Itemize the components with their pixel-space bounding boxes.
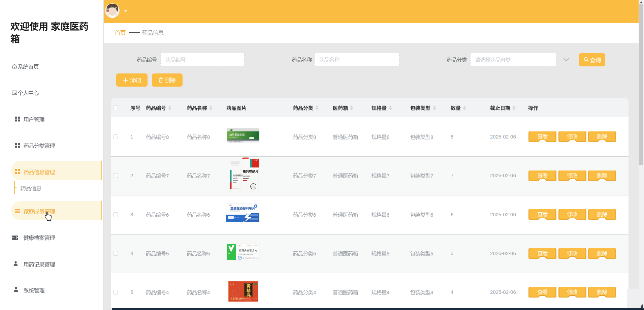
- svg-text:8: 8: [207, 134, 210, 140]
- svg-text:5: 5: [387, 251, 389, 256]
- svg-text:6: 6: [166, 212, 169, 217]
- svg-text:5: 5: [313, 251, 316, 256]
- svg-text:7: 7: [430, 173, 433, 178]
- svg-text:4: 4: [166, 290, 169, 295]
- svg-text:8: 8: [430, 134, 433, 140]
- svg-text:7: 7: [207, 173, 210, 178]
- svg-text:5: 5: [166, 251, 169, 256]
- svg-text:4: 4: [387, 290, 389, 295]
- svg-text:6: 6: [207, 212, 210, 217]
- svg-text:8: 8: [313, 134, 316, 140]
- svg-text:6: 6: [313, 212, 316, 217]
- svg-text:7: 7: [387, 173, 389, 178]
- svg-text:5: 5: [430, 251, 433, 256]
- svg-text:4: 4: [313, 290, 316, 295]
- svg-text:4: 4: [430, 290, 433, 295]
- svg-text:5: 5: [207, 251, 210, 256]
- svg-text:8: 8: [166, 134, 169, 140]
- svg-text:8: 8: [387, 134, 389, 140]
- svg-text:7: 7: [166, 173, 169, 178]
- svg-text:4: 4: [207, 290, 210, 295]
- svg-text:7: 7: [313, 173, 316, 178]
- svg-text:6: 6: [387, 212, 389, 217]
- svg-text:6: 6: [430, 212, 433, 217]
